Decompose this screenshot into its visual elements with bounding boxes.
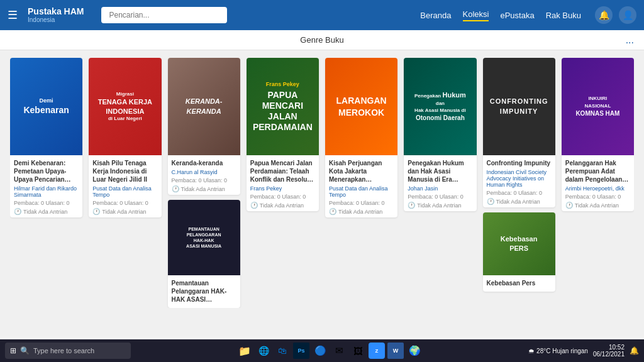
book-card-pemantauan[interactable]: PEMANTAUANPELANGGARANHAK-HAKASASI MANUSI…	[168, 200, 240, 308]
book-queue-3: 🕐 Tidak Ada Antrian	[172, 185, 236, 192]
notification-button[interactable]: 🔔	[595, 6, 613, 24]
book-stats-1: Pembaca: 0 Ulasan: 0	[14, 200, 79, 206]
book-card-kebebasan[interactable]: KebebasanPERS Kebebasan Pers	[483, 212, 555, 292]
book-author-2: Pusat Data dan Analisa Tempo	[92, 185, 157, 198]
book-stats-3: Pembaca: 0 Ulasan: 0	[172, 177, 236, 184]
book-cover-7: CONFRONTINGIMPUNITY	[483, 58, 555, 155]
book-queue-2: 🕐 Tidak Ada Antrian	[92, 208, 157, 215]
book-queue-8: 🕐 Tidak Ada Antrian	[565, 202, 630, 209]
book-info-3: Keranda-keranda C.Harun al Rasyid Pembac…	[168, 155, 240, 195]
clock-icon-2: 🕐	[92, 208, 100, 215]
app-logo: Pustaka HAM Indonesia	[28, 7, 84, 23]
book-title-6: Penegakan Hukum dan Hak Asasi Manusia di…	[408, 159, 472, 184]
genre-bar-title: Genre Buku	[300, 35, 343, 45]
nav-beranda[interactable]: Beranda	[420, 11, 451, 20]
book-queue-1: 🕐 Tidak Ada Antrian	[14, 208, 79, 215]
logo-sub: Indonesia	[28, 16, 84, 23]
book-card-4[interactable]: Frans Pekey PAPUAMENCARI JALANPERDAMAIAN…	[247, 58, 319, 211]
book-column-5: LARANGANMEROKOK Kisah Perjuangan Kota Ja…	[325, 58, 397, 308]
book-info-2: Kisah Pilu Tenaga Kerja Indonesia di Lua…	[89, 155, 161, 217]
topbar-icons: 🔔 👤	[595, 6, 636, 24]
clock-icon-3: 🕐	[172, 185, 179, 192]
book-cover-6: Penegakan Hukum danHak Asasi Manusia diO…	[404, 58, 476, 155]
main-content: DemiKebenaran Demi Kebenaran: Pemetaan U…	[0, 50, 644, 337]
book-queue-7: 🕐 Tidak Ada Antrian	[487, 198, 552, 205]
book-cover-kebebasan: KebebasanPERS	[483, 212, 555, 275]
book-info-kebebasan: Kebebasan Pers	[483, 275, 555, 292]
book-stats-6: Pembaca: 0 Ulasan: 0	[408, 194, 472, 200]
book-queue-5: 🕐 Tidak Ada Antrian	[329, 208, 394, 215]
book-info-pemantauan: Pemantauan Pelanggaran HAK-HAK ASASI MAN…	[168, 275, 240, 308]
book-author-5: Pusat Data dan Analisa Tempo	[329, 185, 394, 198]
book-column-4: Frans Pekey PAPUAMENCARI JALANPERDAMAIAN…	[247, 58, 319, 308]
book-title-pemantauan: Pemantauan Pelanggaran HAK-HAK ASASI MAN…	[172, 279, 236, 304]
book-cover-3: KERANDA-KERANDA	[168, 58, 240, 155]
book-title-3: Keranda-keranda	[172, 159, 236, 167]
book-column-6: Penegakan Hukum danHak Asasi Manusia diO…	[404, 58, 476, 308]
book-title-kebebasan: Kebebasan Pers	[487, 279, 552, 287]
genre-more-button[interactable]: ...	[626, 35, 634, 46]
book-author-6: Johan Jasin	[408, 185, 472, 192]
book-stats-8: Pembaca: 0 Ulasan: 0	[565, 194, 630, 200]
topbar-nav: Beranda Koleksi ePustaka Rak Buku	[420, 9, 581, 21]
book-stats-4: Pembaca: 0 Ulasan: 0	[250, 194, 315, 200]
clock-icon-5: 🕐	[329, 208, 336, 215]
book-column-8: INKUIRINASIONALKOMNAS HAM Pelanggaran Ha…	[562, 58, 634, 308]
book-cover-2: MigrasiTENAGA KERJA INDONESIAdi Luar Neg…	[89, 58, 161, 155]
book-column-3: KERANDA-KERANDA Keranda-keranda C.Harun …	[168, 58, 240, 308]
book-cover-pemantauan: PEMANTAUANPELANGGARANHAK-HAKASASI MANUSI…	[168, 200, 240, 275]
book-title-5: Kisah Perjuangan Kota Jakarta Menerapkan…	[329, 159, 394, 184]
book-title-8: Pelanggaran Hak Perempuan Adat dalam Pen…	[565, 159, 630, 184]
menu-icon[interactable]: ☰	[8, 8, 18, 22]
book-info-6: Penegakan Hukum dan Hak Asasi Manusia di…	[404, 155, 476, 211]
clock-icon-6: 🕐	[408, 202, 415, 209]
genre-bar: Genre Buku ...	[0, 30, 644, 50]
book-card-3[interactable]: KERANDA-KERANDA Keranda-keranda C.Harun …	[168, 58, 240, 195]
topbar: ☰ Pustaka HAM Indonesia Beranda Koleksi …	[0, 0, 644, 30]
book-cover-4: Frans Pekey PAPUAMENCARI JALANPERDAMAIAN	[247, 58, 319, 155]
book-stats-7: Pembaca: 0 Ulasan: 0	[487, 190, 552, 196]
book-cover-8: INKUIRINASIONALKOMNAS HAM	[562, 58, 634, 155]
book-stats-2: Pembaca: 0 Ulasan: 0	[92, 200, 157, 206]
nav-koleksi[interactable]: Koleksi	[463, 9, 489, 21]
book-stats-5: Pembaca: 0 Ulasan: 0	[329, 200, 394, 206]
books-grid: DemiKebenaran Demi Kebenaran: Pemetaan U…	[10, 58, 634, 308]
book-title-1: Demi Kebenaran: Pemetaan Upaya-Upaya Pen…	[14, 159, 79, 184]
book-info-1: Demi Kebenaran: Pemetaan Upaya-Upaya Pen…	[10, 155, 82, 217]
book-card-8[interactable]: INKUIRINASIONALKOMNAS HAM Pelanggaran Ha…	[562, 58, 634, 211]
clock-icon-8: 🕐	[565, 202, 573, 209]
book-queue-6: 🕐 Tidak Ada Antrian	[408, 202, 472, 209]
book-author-3: C.Harun al Rasyid	[172, 169, 236, 175]
book-info-4: Papua Mencari Jalan Perdamaian: Telaah K…	[247, 155, 319, 211]
book-author-4: Frans Pekey	[250, 185, 315, 192]
book-column-7: CONFRONTINGIMPUNITY Confronting Impunity…	[483, 58, 555, 308]
book-info-5: Kisah Perjuangan Kota Jakarta Menerapkan…	[325, 155, 397, 217]
book-title-7: Confronting Impunity	[487, 159, 552, 167]
book-cover-5: LARANGANMEROKOK	[325, 58, 397, 155]
book-author-8: Arimbi Heroepoetri, dkk	[565, 185, 630, 192]
logo-main: Pustaka HAM	[28, 7, 84, 16]
book-cover-1: DemiKebenaran	[10, 58, 82, 155]
book-card-2[interactable]: MigrasiTENAGA KERJA INDONESIAdi Luar Neg…	[89, 58, 161, 217]
clock-icon-4: 🕐	[250, 202, 258, 209]
book-column-1: DemiKebenaran Demi Kebenaran: Pemetaan U…	[10, 58, 82, 308]
search-input[interactable]	[101, 7, 227, 23]
book-info-8: Pelanggaran Hak Perempuan Adat dalam Pen…	[562, 155, 634, 211]
book-title-2: Kisah Pilu Tenaga Kerja Indonesia di Lua…	[92, 159, 157, 184]
nav-epustaka[interactable]: ePustaka	[500, 11, 534, 20]
profile-button[interactable]: 👤	[619, 6, 636, 24]
clock-icon-7: 🕐	[487, 198, 494, 205]
book-title-4: Papua Mencari Jalan Perdamaian: Telaah K…	[250, 159, 315, 184]
book-card-7[interactable]: CONFRONTINGIMPUNITY Confronting Impunity…	[483, 58, 555, 207]
book-card-5[interactable]: LARANGANMEROKOK Kisah Perjuangan Kota Ja…	[325, 58, 397, 217]
clock-icon-1: 🕐	[14, 208, 21, 215]
book-column-2: MigrasiTENAGA KERJA INDONESIAdi Luar Neg…	[89, 58, 161, 308]
book-info-7: Confronting Impunity Indonesian Civil So…	[483, 155, 555, 207]
book-author-1: Hilmar Farid dan Rikardo Simarmata	[14, 185, 79, 198]
book-author-7: Indonesian Civil Society Advocacy Initia…	[487, 169, 552, 188]
book-card-1[interactable]: DemiKebenaran Demi Kebenaran: Pemetaan U…	[10, 58, 82, 217]
book-queue-4: 🕐 Tidak Ada Antrian	[250, 202, 315, 209]
nav-rakbuku[interactable]: Rak Buku	[546, 11, 581, 20]
book-card-6[interactable]: Penegakan Hukum danHak Asasi Manusia diO…	[404, 58, 476, 211]
